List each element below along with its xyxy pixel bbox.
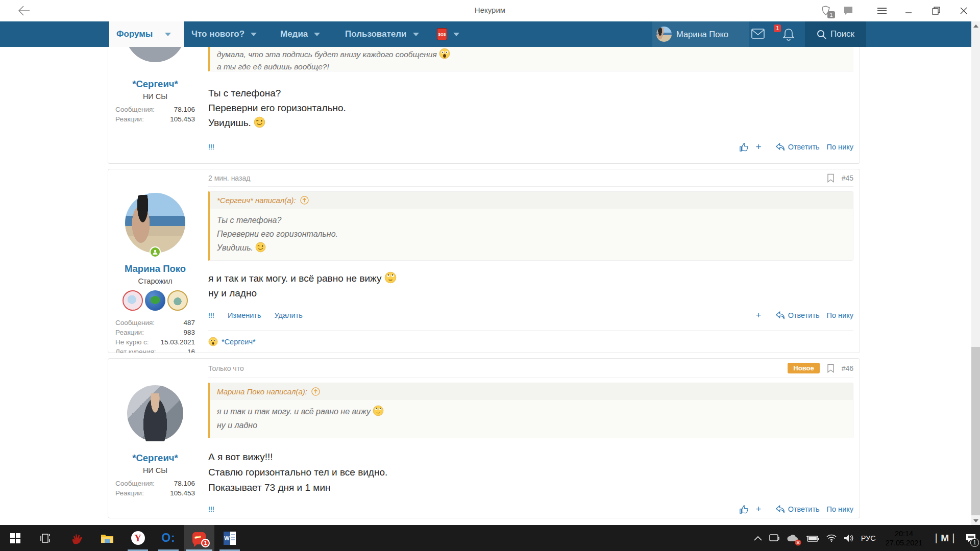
multi-quote-button[interactable]: + bbox=[749, 141, 769, 153]
scrollbar-thumb[interactable] bbox=[971, 347, 980, 515]
taskbar-app-red-hand[interactable] bbox=[61, 525, 92, 551]
tab-members[interactable]: Пользователи bbox=[345, 21, 419, 47]
file-explorer-button[interactable] bbox=[92, 525, 122, 551]
bookmark-icon[interactable] bbox=[827, 173, 835, 183]
account-menu[interactable]: Марина Поко bbox=[652, 21, 749, 47]
wifi-icon[interactable] bbox=[823, 525, 840, 551]
multi-quote-button[interactable]: + bbox=[749, 504, 769, 515]
alerts-bell-icon[interactable] bbox=[782, 28, 795, 41]
user-avatar bbox=[656, 27, 672, 42]
window-titlebar: Некурим 1 bbox=[0, 0, 980, 21]
wink-emoji-icon bbox=[254, 116, 265, 128]
chevron-down-icon[interactable] bbox=[165, 33, 171, 36]
m-logo-tray-icon[interactable]: ❘M❘ bbox=[928, 525, 962, 551]
quote-body: Ты с телефона? Переверни его горизонталь… bbox=[210, 209, 853, 260]
avatar[interactable] bbox=[127, 385, 183, 441]
signature[interactable]: !!! bbox=[208, 311, 214, 319]
word-button[interactable]: W bbox=[214, 525, 245, 551]
go-to-quote-icon[interactable] bbox=[300, 196, 309, 205]
folder-icon bbox=[101, 533, 114, 544]
taskbar-time: 20:14 bbox=[886, 529, 923, 538]
post-author-cell: Марина Поко Старожил Сообщения:487 Реакц… bbox=[108, 169, 202, 353]
taskbar-clock[interactable]: 20:14 27.05.2021 bbox=[879, 529, 929, 547]
reply-button[interactable]: Ответить bbox=[776, 311, 820, 320]
post-actions: + Ответить По нику bbox=[732, 504, 853, 515]
award-badge-icon[interactable] bbox=[167, 290, 188, 311]
action-center-button[interactable]: 1 bbox=[962, 525, 980, 551]
post-number-link[interactable]: #46 bbox=[842, 364, 853, 372]
reaction-user-link[interactable]: *Сергеич* bbox=[222, 338, 256, 346]
delete-button[interactable]: Удалить bbox=[275, 311, 303, 319]
taskbar-app-o[interactable]: O: bbox=[153, 525, 184, 551]
cast-display-icon[interactable] bbox=[766, 525, 783, 551]
minimize-button[interactable] bbox=[901, 4, 916, 17]
tab-whats-new[interactable]: Что нового? bbox=[191, 21, 257, 47]
go-to-quote-icon[interactable] bbox=[311, 387, 320, 396]
reply-by-nick-button[interactable]: По нику bbox=[827, 311, 853, 319]
like-button[interactable] bbox=[739, 505, 749, 514]
tab-media[interactable]: Медиа bbox=[280, 21, 320, 47]
system-tray: РУС 20:14 27.05.2021 ❘M❘ 1 bbox=[750, 525, 980, 551]
tab-forums[interactable]: Форумы bbox=[109, 21, 184, 47]
feedback-bubble-icon[interactable] bbox=[841, 4, 855, 17]
quote-body: я и так и так могу. и всё равно не вижу … bbox=[210, 400, 853, 438]
chevron-down-icon[interactable] bbox=[314, 33, 320, 36]
reactions-bar[interactable]: *Сергеич* bbox=[208, 330, 853, 346]
word-icon: W bbox=[224, 532, 236, 545]
language-indicator[interactable]: РУС bbox=[857, 525, 879, 551]
post-timestamp-link[interactable]: 2 мин. назад bbox=[208, 174, 250, 182]
protect-shield-icon[interactable]: 1 bbox=[819, 4, 833, 17]
yandex-browser-button[interactable]: Y bbox=[122, 525, 153, 551]
thumbs-up-icon bbox=[739, 142, 749, 152]
post-number-link[interactable]: #45 bbox=[842, 174, 853, 182]
reply-arrow-icon bbox=[776, 311, 786, 320]
post-timestamp-link[interactable]: Только что bbox=[208, 364, 244, 372]
reply-by-nick-button[interactable]: По нику bbox=[827, 505, 853, 513]
post-footer-row: !!! Изменить Удалить + Ответить По нику bbox=[208, 310, 853, 321]
start-button[interactable] bbox=[0, 525, 31, 551]
edit-button[interactable]: Изменить bbox=[228, 311, 261, 319]
volume-icon[interactable] bbox=[840, 525, 857, 551]
scroll-up-arrow[interactable] bbox=[971, 21, 980, 30]
close-button[interactable] bbox=[957, 4, 971, 17]
quoted-message[interactable]: думала, что эта подпись будет внизу кажд… bbox=[208, 47, 853, 71]
menu-icon[interactable] bbox=[875, 4, 889, 17]
post-card: Марина Поко Старожил Сообщения:487 Реакц… bbox=[108, 169, 860, 353]
multi-quote-button[interactable]: + bbox=[749, 310, 769, 321]
chevron-down-icon[interactable] bbox=[453, 33, 459, 36]
signature[interactable]: !!! bbox=[208, 143, 214, 151]
award-badge-icon[interactable] bbox=[145, 290, 165, 311]
scroll-down-arrow[interactable] bbox=[971, 516, 980, 525]
author-name-link[interactable]: Марина Поко bbox=[108, 263, 202, 274]
search-button[interactable]: Поиск bbox=[805, 21, 866, 47]
bookmark-icon[interactable] bbox=[827, 364, 835, 373]
author-stats: Сообщения:78.106 Реакции:105.453 bbox=[115, 105, 195, 124]
chevron-down-icon[interactable] bbox=[413, 33, 419, 36]
chevron-down-icon[interactable] bbox=[251, 33, 257, 36]
vertical-scrollbar[interactable] bbox=[971, 21, 980, 525]
restore-button[interactable] bbox=[929, 4, 943, 17]
inbox-envelope-icon[interactable] bbox=[751, 28, 765, 39]
forum-navbar: Форумы Что нового? Медиа Пользователи SO… bbox=[0, 21, 980, 47]
chat-app-button[interactable]: 1 bbox=[184, 525, 214, 551]
quote-header[interactable]: Марина Поко написал(а): bbox=[210, 383, 853, 400]
author-name-link[interactable]: *Сергеич* bbox=[108, 453, 202, 464]
post-body-cell: Только что Новое #46 Марина Поко написал… bbox=[202, 359, 860, 518]
author-name-link[interactable]: *Сергеич* bbox=[108, 79, 202, 90]
onedrive-error-icon[interactable] bbox=[783, 525, 802, 551]
tab-sos[interactable]: SOS bbox=[437, 21, 459, 47]
thumbs-up-icon bbox=[739, 505, 749, 514]
avatar[interactable] bbox=[125, 193, 185, 253]
battery-icon[interactable] bbox=[802, 525, 823, 551]
quoted-message: Марина Поко написал(а): я и так и так мо… bbox=[208, 383, 853, 438]
reply-button[interactable]: Ответить bbox=[776, 143, 820, 152]
quote-header[interactable]: *Сергеич* написал(а): bbox=[210, 192, 853, 209]
signature[interactable]: !!! bbox=[208, 505, 214, 513]
award-badge-icon[interactable] bbox=[122, 290, 143, 311]
reply-by-nick-button[interactable]: По нику bbox=[827, 143, 853, 151]
like-button[interactable] bbox=[739, 142, 749, 152]
task-view-button[interactable] bbox=[31, 525, 61, 551]
tray-expand-chevron[interactable] bbox=[750, 525, 766, 551]
reply-button[interactable]: Ответить bbox=[776, 505, 820, 514]
avatar[interactable] bbox=[125, 47, 185, 62]
